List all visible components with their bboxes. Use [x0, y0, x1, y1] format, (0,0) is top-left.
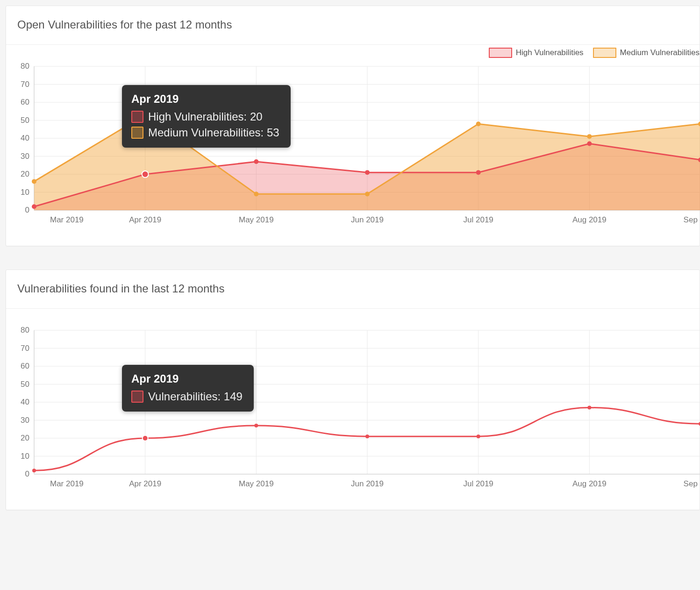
svg-text:40: 40 — [21, 398, 29, 406]
tooltip-swatch-medium — [131, 127, 143, 139]
panel-open-vulnerabilities: Open Vulnerabilities for the past 12 mon… — [6, 6, 700, 246]
chart-tooltip: Apr 2019 Vulnerabilities: 149 — [122, 365, 254, 412]
tooltip-swatch-high — [131, 111, 143, 123]
svg-text:80: 80 — [21, 326, 29, 334]
chart-legend: High Vulnerabilities Medium Vulnerabilit… — [489, 48, 700, 58]
svg-text:Sep 2019: Sep 2019 — [684, 215, 700, 224]
svg-text:Mar 2019: Mar 2019 — [50, 479, 84, 488]
svg-text:Jun 2019: Jun 2019 — [351, 215, 384, 224]
svg-text:80: 80 — [21, 62, 29, 71]
svg-point-39 — [587, 142, 592, 146]
tooltip-text-medium: Medium Vulnerabilities: 53 — [148, 126, 279, 139]
svg-text:60: 60 — [21, 362, 29, 370]
svg-text:Apr 2019: Apr 2019 — [129, 215, 161, 224]
svg-text:10: 10 — [21, 452, 29, 461]
svg-point-82 — [32, 469, 36, 472]
svg-point-85 — [365, 434, 369, 438]
svg-text:Mar 2019: Mar 2019 — [50, 215, 84, 224]
svg-text:50: 50 — [21, 116, 29, 125]
svg-point-34 — [32, 204, 36, 209]
svg-text:Sep 2019: Sep 2019 — [684, 479, 700, 488]
svg-point-41 — [32, 179, 36, 184]
svg-text:May 2019: May 2019 — [239, 215, 274, 224]
svg-point-86 — [477, 434, 480, 438]
svg-text:May 2019: May 2019 — [239, 479, 274, 488]
svg-text:Aug 2019: Aug 2019 — [572, 479, 607, 488]
tooltip-row-high: High Vulnerabilities: 20 — [131, 110, 279, 123]
tooltip-swatch-vuln — [131, 391, 143, 403]
svg-text:0: 0 — [25, 206, 29, 214]
svg-text:60: 60 — [21, 98, 29, 107]
svg-point-87 — [587, 406, 591, 410]
tooltip-title: Apr 2019 — [131, 372, 243, 385]
svg-point-46 — [587, 134, 592, 139]
svg-text:Jul 2019: Jul 2019 — [464, 215, 493, 224]
legend-swatch-medium — [593, 48, 616, 58]
legend-item-high[interactable]: High Vulnerabilities — [489, 48, 584, 58]
panel-title: Vulnerabilities found in the last 12 mon… — [6, 270, 700, 309]
svg-point-84 — [254, 424, 258, 427]
svg-point-43 — [254, 192, 258, 196]
svg-text:70: 70 — [21, 80, 29, 89]
chart-tooltip: Apr 2019 High Vulnerabilities: 20 Medium… — [122, 85, 291, 148]
svg-text:30: 30 — [21, 416, 29, 425]
tooltip-title: Apr 2019 — [131, 92, 279, 106]
svg-point-36 — [254, 159, 258, 164]
chart-found-vulnerabilities[interactable]: 01020304050607080Mar 2019Apr 2019May 201… — [6, 309, 700, 510]
svg-text:0: 0 — [25, 469, 29, 478]
tooltip-text-vuln: Vulnerabilities: 149 — [148, 390, 243, 403]
svg-text:20: 20 — [21, 434, 29, 442]
chart-open-vulnerabilities[interactable]: High Vulnerabilities Medium Vulnerabilit… — [6, 45, 700, 246]
svg-point-44 — [365, 192, 370, 196]
svg-point-37 — [365, 170, 370, 175]
svg-text:10: 10 — [21, 188, 29, 197]
legend-swatch-high — [489, 48, 512, 58]
svg-text:30: 30 — [21, 152, 29, 161]
svg-text:70: 70 — [21, 344, 29, 353]
tooltip-text-high: High Vulnerabilities: 20 — [148, 110, 263, 123]
svg-text:50: 50 — [21, 380, 29, 389]
svg-text:Jun 2019: Jun 2019 — [351, 479, 384, 488]
svg-text:Apr 2019: Apr 2019 — [129, 479, 161, 488]
svg-text:40: 40 — [21, 134, 29, 142]
svg-point-38 — [476, 170, 481, 175]
legend-label-medium: Medium Vulnerabilities — [620, 48, 700, 57]
legend-label-high: High Vulnerabilities — [516, 48, 584, 57]
svg-text:Aug 2019: Aug 2019 — [572, 215, 607, 224]
tooltip-row-vuln: Vulnerabilities: 149 — [131, 390, 243, 403]
tooltip-row-medium: Medium Vulnerabilities: 53 — [131, 126, 279, 139]
svg-text:Jul 2019: Jul 2019 — [464, 479, 493, 488]
svg-point-45 — [476, 121, 481, 126]
svg-point-83 — [143, 435, 148, 441]
legend-item-medium[interactable]: Medium Vulnerabilities — [593, 48, 700, 58]
svg-text:20: 20 — [21, 170, 29, 178]
svg-point-35 — [142, 171, 149, 178]
panel-title: Open Vulnerabilities for the past 12 mon… — [6, 6, 700, 45]
panel-found-vulnerabilities: Vulnerabilities found in the last 12 mon… — [6, 270, 700, 510]
